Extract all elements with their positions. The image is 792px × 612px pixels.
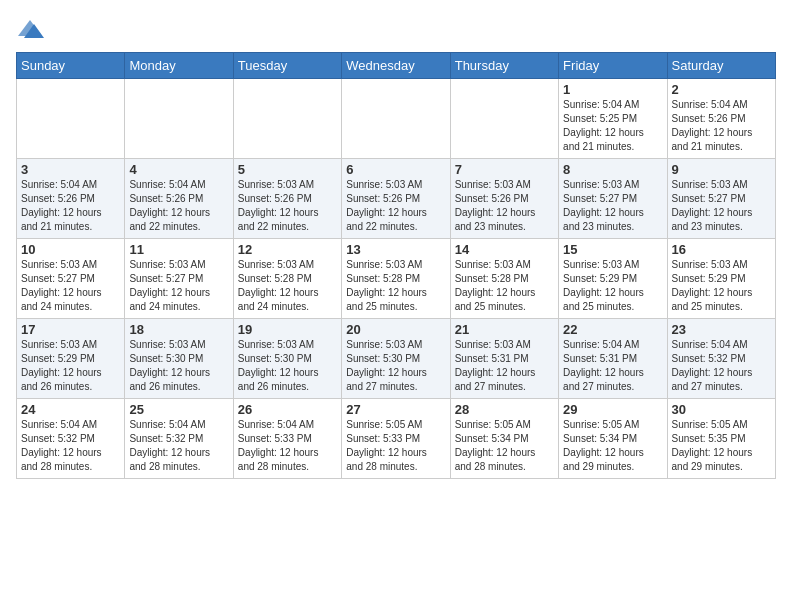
calendar-cell: 6Sunrise: 5:03 AM Sunset: 5:26 PM Daylig… [342, 159, 450, 239]
calendar-cell [233, 79, 341, 159]
day-number: 16 [672, 242, 771, 257]
day-info: Sunrise: 5:04 AM Sunset: 5:32 PM Dayligh… [21, 418, 120, 474]
calendar: SundayMondayTuesdayWednesdayThursdayFrid… [16, 52, 776, 479]
day-info: Sunrise: 5:03 AM Sunset: 5:27 PM Dayligh… [672, 178, 771, 234]
day-number: 3 [21, 162, 120, 177]
calendar-cell [450, 79, 558, 159]
calendar-cell: 25Sunrise: 5:04 AM Sunset: 5:32 PM Dayli… [125, 399, 233, 479]
calendar-week: 17Sunrise: 5:03 AM Sunset: 5:29 PM Dayli… [17, 319, 776, 399]
weekday-header: Monday [125, 53, 233, 79]
calendar-week: 1Sunrise: 5:04 AM Sunset: 5:25 PM Daylig… [17, 79, 776, 159]
calendar-cell: 20Sunrise: 5:03 AM Sunset: 5:30 PM Dayli… [342, 319, 450, 399]
calendar-cell [17, 79, 125, 159]
header [16, 16, 776, 44]
day-number: 21 [455, 322, 554, 337]
calendar-cell: 14Sunrise: 5:03 AM Sunset: 5:28 PM Dayli… [450, 239, 558, 319]
day-info: Sunrise: 5:03 AM Sunset: 5:30 PM Dayligh… [346, 338, 445, 394]
calendar-cell: 4Sunrise: 5:04 AM Sunset: 5:26 PM Daylig… [125, 159, 233, 239]
day-number: 9 [672, 162, 771, 177]
day-number: 28 [455, 402, 554, 417]
day-number: 10 [21, 242, 120, 257]
day-number: 26 [238, 402, 337, 417]
day-number: 15 [563, 242, 662, 257]
day-info: Sunrise: 5:04 AM Sunset: 5:25 PM Dayligh… [563, 98, 662, 154]
calendar-week: 24Sunrise: 5:04 AM Sunset: 5:32 PM Dayli… [17, 399, 776, 479]
day-number: 18 [129, 322, 228, 337]
calendar-cell: 8Sunrise: 5:03 AM Sunset: 5:27 PM Daylig… [559, 159, 667, 239]
day-number: 8 [563, 162, 662, 177]
calendar-cell: 13Sunrise: 5:03 AM Sunset: 5:28 PM Dayli… [342, 239, 450, 319]
day-info: Sunrise: 5:03 AM Sunset: 5:30 PM Dayligh… [238, 338, 337, 394]
day-info: Sunrise: 5:04 AM Sunset: 5:26 PM Dayligh… [129, 178, 228, 234]
day-number: 14 [455, 242, 554, 257]
day-number: 24 [21, 402, 120, 417]
calendar-cell: 5Sunrise: 5:03 AM Sunset: 5:26 PM Daylig… [233, 159, 341, 239]
calendar-cell: 1Sunrise: 5:04 AM Sunset: 5:25 PM Daylig… [559, 79, 667, 159]
day-info: Sunrise: 5:04 AM Sunset: 5:32 PM Dayligh… [129, 418, 228, 474]
calendar-cell: 12Sunrise: 5:03 AM Sunset: 5:28 PM Dayli… [233, 239, 341, 319]
calendar-cell: 26Sunrise: 5:04 AM Sunset: 5:33 PM Dayli… [233, 399, 341, 479]
day-number: 25 [129, 402, 228, 417]
day-number: 4 [129, 162, 228, 177]
calendar-cell: 10Sunrise: 5:03 AM Sunset: 5:27 PM Dayli… [17, 239, 125, 319]
day-info: Sunrise: 5:03 AM Sunset: 5:30 PM Dayligh… [129, 338, 228, 394]
day-number: 19 [238, 322, 337, 337]
day-info: Sunrise: 5:03 AM Sunset: 5:27 PM Dayligh… [129, 258, 228, 314]
day-info: Sunrise: 5:03 AM Sunset: 5:27 PM Dayligh… [21, 258, 120, 314]
calendar-cell: 19Sunrise: 5:03 AM Sunset: 5:30 PM Dayli… [233, 319, 341, 399]
day-number: 29 [563, 402, 662, 417]
calendar-cell: 15Sunrise: 5:03 AM Sunset: 5:29 PM Dayli… [559, 239, 667, 319]
day-info: Sunrise: 5:03 AM Sunset: 5:29 PM Dayligh… [672, 258, 771, 314]
day-info: Sunrise: 5:03 AM Sunset: 5:31 PM Dayligh… [455, 338, 554, 394]
calendar-cell: 18Sunrise: 5:03 AM Sunset: 5:30 PM Dayli… [125, 319, 233, 399]
calendar-cell: 2Sunrise: 5:04 AM Sunset: 5:26 PM Daylig… [667, 79, 775, 159]
logo-icon [16, 16, 44, 44]
day-info: Sunrise: 5:04 AM Sunset: 5:33 PM Dayligh… [238, 418, 337, 474]
calendar-cell: 27Sunrise: 5:05 AM Sunset: 5:33 PM Dayli… [342, 399, 450, 479]
calendar-cell: 23Sunrise: 5:04 AM Sunset: 5:32 PM Dayli… [667, 319, 775, 399]
weekday-header: Friday [559, 53, 667, 79]
day-info: Sunrise: 5:04 AM Sunset: 5:26 PM Dayligh… [21, 178, 120, 234]
calendar-body: 1Sunrise: 5:04 AM Sunset: 5:25 PM Daylig… [17, 79, 776, 479]
day-info: Sunrise: 5:05 AM Sunset: 5:34 PM Dayligh… [455, 418, 554, 474]
calendar-cell: 21Sunrise: 5:03 AM Sunset: 5:31 PM Dayli… [450, 319, 558, 399]
weekday-header: Wednesday [342, 53, 450, 79]
calendar-cell: 17Sunrise: 5:03 AM Sunset: 5:29 PM Dayli… [17, 319, 125, 399]
calendar-cell: 30Sunrise: 5:05 AM Sunset: 5:35 PM Dayli… [667, 399, 775, 479]
calendar-cell: 16Sunrise: 5:03 AM Sunset: 5:29 PM Dayli… [667, 239, 775, 319]
day-number: 20 [346, 322, 445, 337]
day-info: Sunrise: 5:04 AM Sunset: 5:32 PM Dayligh… [672, 338, 771, 394]
calendar-cell: 3Sunrise: 5:04 AM Sunset: 5:26 PM Daylig… [17, 159, 125, 239]
day-info: Sunrise: 5:03 AM Sunset: 5:26 PM Dayligh… [238, 178, 337, 234]
day-info: Sunrise: 5:03 AM Sunset: 5:28 PM Dayligh… [455, 258, 554, 314]
day-info: Sunrise: 5:03 AM Sunset: 5:27 PM Dayligh… [563, 178, 662, 234]
day-info: Sunrise: 5:03 AM Sunset: 5:29 PM Dayligh… [21, 338, 120, 394]
day-info: Sunrise: 5:03 AM Sunset: 5:29 PM Dayligh… [563, 258, 662, 314]
day-number: 17 [21, 322, 120, 337]
day-info: Sunrise: 5:03 AM Sunset: 5:28 PM Dayligh… [346, 258, 445, 314]
calendar-week: 3Sunrise: 5:04 AM Sunset: 5:26 PM Daylig… [17, 159, 776, 239]
day-number: 5 [238, 162, 337, 177]
weekday-row: SundayMondayTuesdayWednesdayThursdayFrid… [17, 53, 776, 79]
day-number: 11 [129, 242, 228, 257]
day-number: 12 [238, 242, 337, 257]
weekday-header: Sunday [17, 53, 125, 79]
calendar-header: SundayMondayTuesdayWednesdayThursdayFrid… [17, 53, 776, 79]
calendar-cell: 9Sunrise: 5:03 AM Sunset: 5:27 PM Daylig… [667, 159, 775, 239]
day-info: Sunrise: 5:05 AM Sunset: 5:35 PM Dayligh… [672, 418, 771, 474]
logo [16, 16, 48, 44]
day-info: Sunrise: 5:03 AM Sunset: 5:26 PM Dayligh… [455, 178, 554, 234]
day-info: Sunrise: 5:04 AM Sunset: 5:31 PM Dayligh… [563, 338, 662, 394]
calendar-cell [342, 79, 450, 159]
day-number: 23 [672, 322, 771, 337]
day-number: 22 [563, 322, 662, 337]
day-number: 13 [346, 242, 445, 257]
weekday-header: Thursday [450, 53, 558, 79]
day-number: 30 [672, 402, 771, 417]
calendar-cell: 28Sunrise: 5:05 AM Sunset: 5:34 PM Dayli… [450, 399, 558, 479]
day-number: 6 [346, 162, 445, 177]
day-info: Sunrise: 5:05 AM Sunset: 5:34 PM Dayligh… [563, 418, 662, 474]
calendar-cell: 7Sunrise: 5:03 AM Sunset: 5:26 PM Daylig… [450, 159, 558, 239]
calendar-week: 10Sunrise: 5:03 AM Sunset: 5:27 PM Dayli… [17, 239, 776, 319]
calendar-cell: 24Sunrise: 5:04 AM Sunset: 5:32 PM Dayli… [17, 399, 125, 479]
